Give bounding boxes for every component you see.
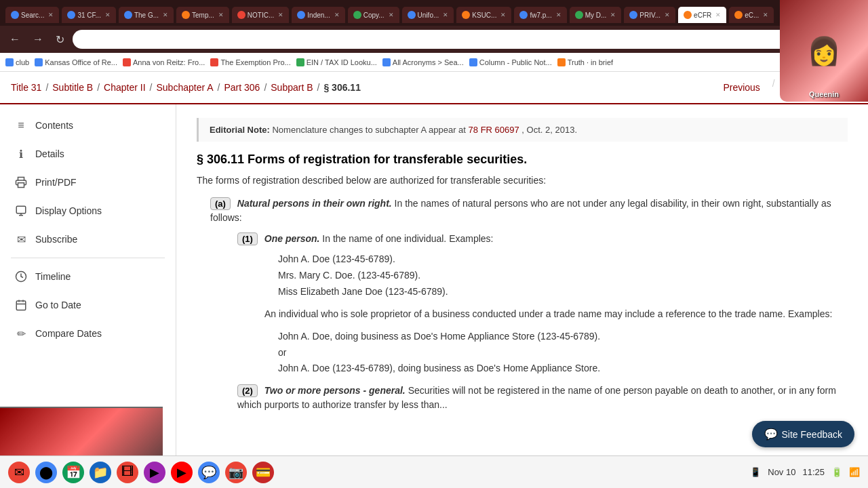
bookmark-truth[interactable]: Truth · in brief — [557, 58, 613, 66]
reg-subitem-2: (2) Two or more persons - general. Secur… — [237, 384, 848, 412]
previous-link[interactable]: Previous — [715, 78, 768, 97]
breadcrumb-part306[interactable]: Part 306 — [224, 82, 260, 93]
sidebar-item-gotodate[interactable]: Go to Date — [0, 291, 176, 319]
tab-close-icon[interactable]: ✕ — [500, 12, 506, 18]
editorial-note-label: Editorial Note: — [210, 125, 270, 135]
svg-rect-3 — [16, 301, 26, 310]
section-title: § 306.11 Forms of registration for trans… — [197, 152, 848, 167]
print-icon — [14, 175, 28, 190]
tab-search[interactable]: Searc... ✕ — [5, 7, 59, 23]
example-line: or — [278, 345, 848, 361]
feedback-icon: 💬 — [764, 428, 778, 441]
bookmark-club-icon — [5, 58, 14, 66]
breadcrumb-chapter2[interactable]: Chapter II — [104, 82, 145, 93]
reg-label-1: (1) — [237, 232, 258, 245]
address-bar[interactable]: ecfr.gov/current/title-31/subtitle-B/cha… — [73, 30, 792, 49]
taskbar-files-icon[interactable]: 📁 — [90, 462, 111, 483]
back-button[interactable]: ← — [5, 32, 24, 47]
taskbar-time: 11:25 — [802, 467, 825, 477]
tab-close-icon[interactable]: ✕ — [610, 12, 616, 18]
sidebar-label-compare: Compare Dates — [35, 328, 102, 339]
tab-close-icon[interactable]: ✕ — [105, 12, 111, 18]
tab-close-icon[interactable]: ✕ — [334, 12, 340, 18]
reg-label-a: (a) — [210, 197, 231, 210]
taskbar-chrome-icon[interactable]: ⬤ — [35, 462, 57, 483]
breadcrumb-subtitleb[interactable]: Subtitle B — [52, 82, 93, 93]
taskbar-play-icon[interactable]: ▶ — [144, 462, 165, 483]
tab-close-icon[interactable]: ✕ — [278, 12, 283, 18]
subscribe-icon: ✉ — [14, 232, 28, 247]
bookmark-acronyms[interactable]: All Acronyms > Sea... — [382, 58, 464, 66]
sidebar-item-details[interactable]: ℹ Details — [0, 140, 176, 168]
bookmark-anna[interactable]: Anna von Reitz: Fro... — [123, 58, 205, 66]
bookmark-club[interactable]: club — [5, 58, 29, 66]
sidebar-label-gotodate: Go to Date — [35, 300, 81, 310]
tab-fw7[interactable]: fw7.p... ✕ — [514, 7, 566, 23]
taskbar-photos2-icon[interactable]: 📷 — [225, 462, 247, 483]
taskbar-photos-icon[interactable]: 🎞 — [117, 462, 138, 483]
breadcrumb-title31[interactable]: Title 31 — [11, 82, 41, 93]
breadcrumb-subpartb[interactable]: Subpart B — [271, 82, 313, 93]
tab-copy[interactable]: Copy... ✕ — [348, 7, 399, 23]
tab-priv[interactable]: PRIV... ✕ — [624, 7, 675, 23]
timeline-icon — [14, 269, 28, 284]
example-line: John A. Doe (123-45-6789), doing busines… — [278, 361, 848, 377]
sidebar-item-display[interactable]: Display Options — [0, 197, 176, 225]
sidebar-item-print[interactable]: Print/PDF — [0, 168, 176, 197]
sidebar-label-timeline: Timeline — [35, 271, 71, 282]
tab-close-icon[interactable]: ✕ — [218, 12, 224, 18]
taskbar-gmail-icon[interactable]: ✉ — [8, 462, 30, 483]
tab-inden[interactable]: Inden... ✕ — [292, 7, 344, 23]
tab-close-icon[interactable]: ✕ — [715, 12, 721, 18]
tab-myd[interactable]: My D... ✕ — [570, 7, 622, 23]
taskbar-wallet-icon[interactable]: 💳 — [252, 462, 274, 483]
tab-unifo[interactable]: Unifo... ✕ — [402, 7, 454, 23]
tab-close-icon[interactable]: ✕ — [556, 12, 561, 18]
editorial-note-link[interactable]: 78 FR 60697 — [469, 125, 519, 135]
reg-text-2: Two or more persons - general. Securitie… — [237, 385, 836, 410]
example-line: John A. Doe (123-45-6789). — [278, 251, 848, 268]
tab-temp[interactable]: Temp... ✕ — [176, 7, 229, 23]
editorial-note: Editorial Note: Nomenclature changes to … — [197, 118, 848, 142]
tab-close-icon[interactable]: ✕ — [163, 12, 168, 18]
bookmark-exemption[interactable]: The Exemption Pro... — [210, 58, 290, 66]
tab-notic[interactable]: NOTIC... ✕ — [232, 7, 289, 23]
bookmark-ein[interactable]: EIN / TAX ID Looku... — [296, 58, 377, 66]
profile-image: 👩 — [780, 0, 868, 102]
bookmark-truth-icon — [557, 58, 566, 66]
breadcrumb-subchaptera[interactable]: Subchapter A — [156, 82, 213, 93]
bookmark-acronyms-icon — [382, 58, 391, 66]
reg-subitem-1: (1) One person. In the name of one indiv… — [237, 232, 848, 377]
contents-icon: ≡ — [14, 118, 28, 133]
sidebar-item-timeline[interactable]: Timeline — [0, 262, 176, 291]
bookmark-kansas-icon — [35, 58, 43, 66]
tab-close-icon[interactable]: ✕ — [48, 12, 54, 18]
tab-31cf[interactable]: 31 CF... ✕ — [62, 7, 115, 23]
svg-rect-0 — [18, 183, 24, 188]
sidebar-item-contents[interactable]: ≡ Contents — [0, 111, 176, 140]
tab-close-icon[interactable]: ✕ — [763, 12, 768, 18]
tab-ec2[interactable]: eC... ✕ — [729, 7, 774, 23]
sidebar-item-compare[interactable]: ✏ Compare Dates — [0, 319, 176, 348]
reg-bold-2: Two or more persons - general. — [264, 385, 406, 396]
extra-examples-1: John A. Doe, doing business as Doe's Hom… — [278, 329, 848, 377]
reg-item-a: (a) Natural persons in their own right. … — [210, 197, 848, 412]
editorial-note-text: Nomenclature changes to subchapter A app… — [272, 125, 465, 135]
taskbar-youtube-icon[interactable]: ▶ — [171, 462, 193, 483]
tab-close-icon[interactable]: ✕ — [389, 12, 394, 18]
tab-close-icon[interactable]: ✕ — [443, 12, 448, 18]
tab-close-icon[interactable]: ✕ — [665, 12, 670, 18]
taskbar-messages-icon[interactable]: 💬 — [198, 462, 220, 483]
bookmark-column[interactable]: Column - Public Not... — [469, 58, 552, 66]
tab-ksuc[interactable]: KSUC... ✕ — [456, 7, 511, 23]
tab-theg[interactable]: The G... ✕ — [119, 7, 174, 23]
site-feedback-button[interactable]: 💬 Site Feedback — [752, 421, 855, 447]
taskbar-calendar-icon[interactable]: 📅 — [62, 462, 84, 483]
bookmark-kansas[interactable]: Kansas Office of Re... — [35, 58, 117, 66]
reload-button[interactable]: ↻ — [52, 32, 68, 47]
forward-button[interactable]: → — [28, 32, 47, 47]
bookmark-column-icon — [469, 58, 477, 66]
tab-ecfr[interactable]: eCFR ✕ — [678, 7, 726, 23]
taskbar-battery-icon: 🔋 — [831, 467, 842, 477]
sidebar-item-subscribe[interactable]: ✉ Subscribe — [0, 225, 176, 253]
